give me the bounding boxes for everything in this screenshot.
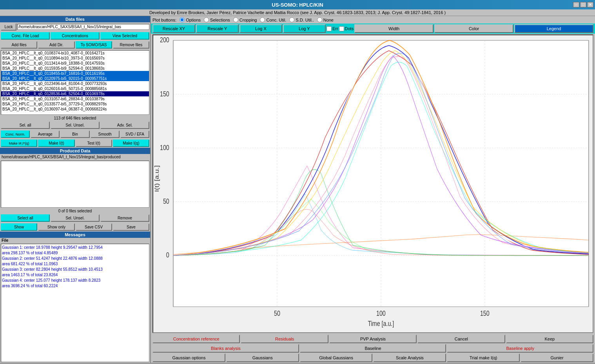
file-item[interactable]: BSA_20_HPLC__It_q0_0115935-bi9_52594-0_0… (1, 66, 149, 71)
err-checkbox-label[interactable]: Err (327, 24, 338, 33)
make-it-button[interactable]: Make I(t) (38, 139, 74, 147)
remove-files-button[interactable]: Remove files (113, 41, 149, 49)
lock-button[interactable]: Lock (1, 23, 16, 31)
file-item[interactable]: BSA_20_HPLC__It_q0_0118455-bi7_16816-0_0… (1, 71, 149, 76)
conc-util-radio[interactable] (260, 17, 265, 22)
cancel-button[interactable]: Cancel (417, 335, 505, 343)
to-somo-sas-button[interactable]: To SOMO/SAS (76, 41, 112, 49)
svg-text:200: 200 (160, 36, 169, 44)
show-button[interactable]: Show (1, 223, 37, 231)
view-selected-button[interactable]: View Selected (100, 32, 149, 40)
dots-checkbox-label[interactable]: Dots (339, 24, 354, 33)
file-item[interactable]: BSA_20_HPLC__It_q0_0128536-bi6_52504-0_0… (1, 91, 149, 96)
file-count-label: 113 of 646 files selected (0, 116, 150, 121)
none-radio-label[interactable]: None (317, 17, 334, 22)
selections-radio[interactable] (204, 17, 209, 22)
messages-list: Gaussian 1: center 18.9788 height 9.2954… (1, 244, 149, 362)
rescale-y-button[interactable]: Rescale Y (196, 24, 239, 33)
file-item[interactable]: BSA_20_HPLC__It_q0_0108374-bi10_4087-0_0… (1, 51, 149, 56)
options-radio-label[interactable]: Options (180, 17, 201, 22)
action-buttons-row: Rescale XY Rescale Y Log X Log Y Err Dot… (151, 24, 595, 34)
cropping-radio-label[interactable]: Cropping (233, 17, 257, 22)
minimize-button[interactable]: ─ (573, 2, 579, 7)
adv-sel-button[interactable]: Adv. Sel. (100, 121, 149, 129)
selections-radio-label[interactable]: Selections (204, 17, 230, 22)
conc-file-load-button[interactable]: Conc. File Load (1, 32, 50, 40)
add-dir-button[interactable]: Add Dir. (38, 41, 74, 49)
scale-analysis-button[interactable]: Scale Analysis (373, 353, 446, 362)
add-files-button[interactable]: Add files (1, 41, 37, 49)
left-panel: Data files Lock Conc. File Load Concentr… (0, 16, 151, 363)
baseline-apply-button[interactable]: Baseline apply (447, 344, 593, 353)
maximize-button[interactable]: □ (580, 2, 586, 7)
make-iq-button[interactable]: Make I(q) (113, 139, 149, 147)
conc-util-radio-label[interactable]: Conc. Util. (260, 17, 286, 22)
concentration-reference-button[interactable]: Concentration reference (152, 335, 240, 343)
top-btn-row: Conc. File Load Concentrations View Sele… (0, 31, 150, 40)
rescale-xy-button[interactable]: Rescale XY (152, 24, 195, 33)
file-item[interactable]: BSA_20_HPLC__It_q0_0133577-bi5_37729-0_0… (1, 101, 149, 107)
produced-data-title: Produced Data (0, 148, 150, 154)
bottom-row2: Blanks analysis Baseline Baseline apply (152, 344, 593, 353)
residuals-button[interactable]: Residuals (241, 335, 328, 343)
cropping-radio[interactable] (233, 17, 238, 22)
sd-util-radio-label[interactable]: S.D. Util.. (289, 17, 314, 22)
window-title: US-SOMO: HPLC/KIN (272, 2, 323, 8)
test-it-button[interactable]: Test I(t) (76, 139, 112, 147)
svd-efa-button[interactable]: SVD / EFA (120, 130, 149, 138)
file-item[interactable]: BSA_20_HPLC__It_q0_0113414-bi9_18388-0_0… (1, 61, 149, 66)
save-button[interactable]: Save (113, 223, 149, 231)
color-button[interactable]: Color (434, 24, 513, 33)
trial-make-iq-button[interactable]: Trial make I(q) (447, 353, 520, 362)
smooth-button[interactable]: Smooth (91, 130, 120, 138)
gunier-button[interactable]: Gunier (521, 353, 593, 362)
sel-unsel-button[interactable]: Sel. Unsel. (51, 121, 100, 129)
log-x-button[interactable]: Log X (239, 24, 282, 33)
keep-button[interactable]: Keep (506, 335, 593, 343)
width-button[interactable]: Width (354, 24, 434, 33)
file-list[interactable]: BSA_20_HPLC__It_q0_0108374-bi10_4087-0_0… (1, 50, 149, 115)
produced-count: 0 of 0 files selected (0, 208, 150, 214)
gaussians-button[interactable]: Gaussians (226, 353, 299, 362)
blanks-analysis-button[interactable]: Blanks analysis (152, 344, 299, 353)
bin-button[interactable]: Bin (60, 130, 89, 138)
show-only-button[interactable]: Show only (38, 223, 74, 231)
log-y-button[interactable]: Log Y (283, 24, 326, 33)
baseline-button[interactable]: Baseline (300, 344, 446, 353)
make-if-ifq-button[interactable]: Make I#,I*(q) (1, 139, 37, 147)
sel-unsel2-button[interactable]: Sel. Unsel. (51, 214, 100, 222)
average-button[interactable]: Average (31, 130, 60, 138)
file-item[interactable]: BSA_20_HPLC__It_q0_0126016-bi5_50715-0_0… (1, 86, 149, 91)
err-checkbox[interactable] (327, 26, 332, 31)
sd-util-radio[interactable] (289, 17, 294, 22)
svg-text:100: 100 (160, 143, 169, 151)
conc-norm-button[interactable]: Conc. Norm. (1, 130, 30, 138)
remove-prod-button[interactable]: Remove (100, 214, 149, 222)
svg-text:Time [a.u.]: Time [a.u.] (368, 320, 394, 328)
none-radio[interactable] (317, 17, 322, 22)
select-all-button[interactable]: Select all (1, 214, 50, 222)
file-item[interactable]: BSA_20_HPLC__It_q0_0120975-bi5_92015-0_0… (1, 76, 149, 81)
file-item[interactable]: BSA_20_HPLC__It_q0_0136097-bi4_06387-0_0… (1, 107, 149, 112)
options-radio[interactable] (180, 17, 185, 22)
path-input[interactable] (17, 24, 149, 30)
produced-file-list[interactable] (1, 161, 149, 208)
gaussian-options-button[interactable]: Gaussian options (152, 353, 225, 362)
concentrations-button[interactable]: Concentrations (51, 32, 100, 40)
dots-checkbox[interactable] (339, 26, 344, 31)
pvp-analysis-button[interactable]: PVP Analysis (329, 335, 417, 343)
chart-area: 200 150 100 50 0 50 100 150 I(t) [a.u.] … (152, 34, 593, 333)
sel-all-button[interactable]: Sel. all (1, 121, 50, 129)
legend-button[interactable]: Legend (514, 24, 593, 33)
bottom-buttons-container: Concentration reference Residuals PVP An… (151, 334, 595, 363)
file-item[interactable]: BSA_20_HPLC__It_q0_0131057-bi6_28834-0_0… (1, 96, 149, 101)
global-gaussians-button[interactable]: Global Gaussians (300, 353, 373, 362)
save-csv-button[interactable]: Save CSV (76, 223, 112, 231)
file-item[interactable]: BSA_20_HPLC__It_q0_0123496-bi4_81004-0_0… (1, 81, 149, 86)
message-item: area 681.422 % of total 11.0963 (2, 261, 148, 267)
close-button[interactable]: ✕ (587, 2, 593, 7)
data-files-title: Data files (0, 16, 150, 22)
file-item[interactable]: BSA_20_HPLC__It_q0_0110894-bi10_3973-0_0… (1, 56, 149, 61)
chart-svg: 200 150 100 50 0 50 100 150 I(t) [a.u.] … (153, 35, 593, 332)
window-controls[interactable]: ─ □ ✕ (573, 2, 593, 7)
